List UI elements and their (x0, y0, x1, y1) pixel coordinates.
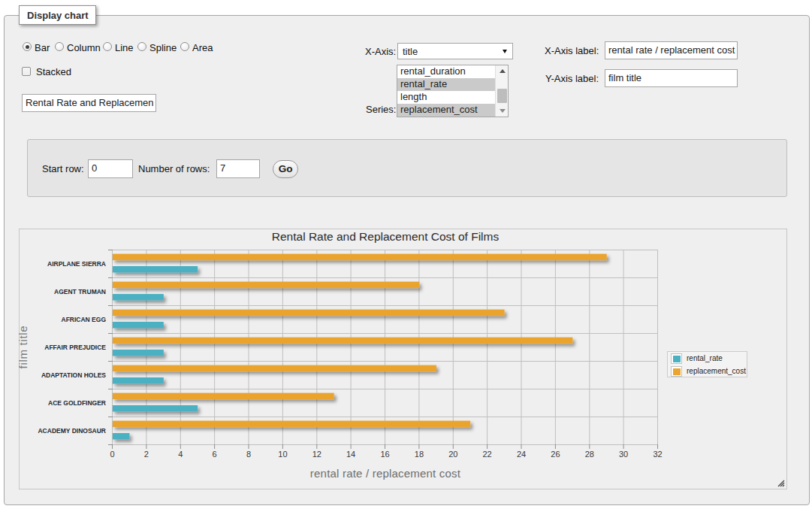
svg-text:AFFAIR PREJUDICE: AFFAIR PREJUDICE (44, 344, 106, 351)
svg-text:AFRICAN EGG: AFRICAN EGG (62, 316, 107, 323)
svg-text:22: 22 (482, 450, 491, 459)
svg-text:4: 4 (178, 450, 183, 459)
svg-text:rental rate / replacement cost: rental rate / replacement cost (310, 467, 461, 480)
svg-text:6: 6 (213, 450, 217, 459)
svg-text:AGENT TRUMAN: AGENT TRUMAN (54, 288, 106, 295)
svg-text:2: 2 (144, 450, 149, 459)
svg-text:32: 32 (653, 450, 662, 459)
svg-text:10: 10 (278, 450, 287, 459)
svg-text:24: 24 (517, 450, 526, 459)
svg-text:28: 28 (585, 450, 594, 459)
svg-text:ACE GOLDFINGER: ACE GOLDFINGER (48, 399, 106, 407)
svg-text:30: 30 (619, 450, 628, 459)
svg-text:film title: film title (19, 326, 29, 369)
svg-text:Rental Rate and Replacement Co: Rental Rate and Replacement Cost of Film… (272, 230, 500, 243)
svg-text:8: 8 (246, 450, 251, 459)
svg-text:12: 12 (312, 450, 321, 459)
svg-text:20: 20 (448, 450, 457, 459)
svg-text:14: 14 (346, 450, 355, 459)
svg-text:AIRPLANE SIERRA: AIRPLANE SIERRA (47, 260, 106, 268)
svg-text:0: 0 (110, 450, 114, 459)
svg-text:18: 18 (415, 450, 424, 459)
svg-text:16: 16 (380, 450, 389, 459)
svg-text:ADAPTATION HOLES: ADAPTATION HOLES (41, 371, 106, 379)
svg-text:26: 26 (551, 450, 560, 459)
svg-text:ACADEMY DINOSAUR: ACADEMY DINOSAUR (38, 427, 106, 435)
